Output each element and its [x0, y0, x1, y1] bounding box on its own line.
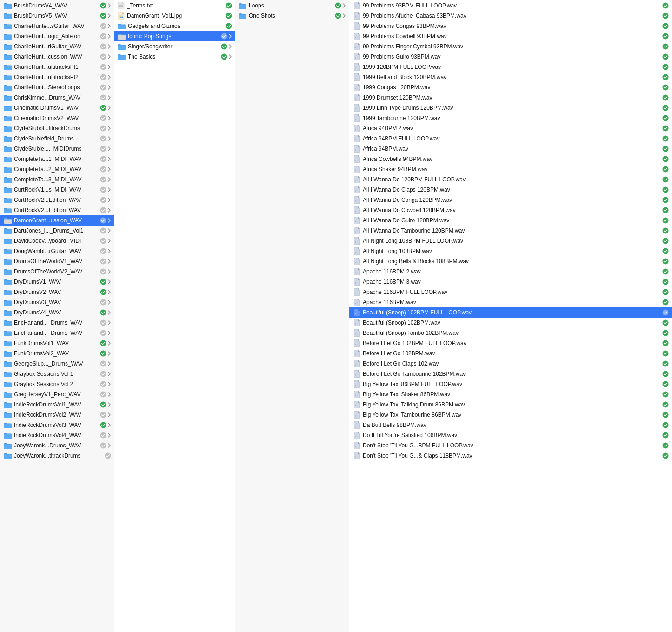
list-item[interactable]: ♪ Do It Till You're Satisfied 106BPM.wav: [349, 430, 672, 440]
list-item[interactable]: ♪ Before I Let Go Claps 102.wav: [349, 359, 672, 369]
list-item[interactable]: ♪ All I Wanna Do 120BPM FULL LOOP.wav: [349, 174, 672, 185]
list-item[interactable]: _Terms.txt: [114, 0, 235, 11]
list-item[interactable]: GregHerseyV1_Perc_WAV: [0, 389, 114, 399]
list-item[interactable]: DrumsOfTheWorldV2_WAV: [0, 266, 114, 277]
list-item[interactable]: ♪ Big Yellow Taxi Talking Drum 86BPM.wav: [349, 399, 672, 410]
list-item[interactable]: ♪ Don't Stop 'Til You G...& Claps 118BPM…: [349, 451, 672, 461]
list-item[interactable]: DamonGrant...ussion_WAV: [0, 215, 114, 226]
list-item[interactable]: ♪ All I Wanna Do Conga 120BPM.wav: [349, 195, 672, 205]
list-item[interactable]: ♪ All I Wanna Do Claps 120BPM.wav: [349, 185, 672, 195]
list-item[interactable]: DaruJones_l..._Drums_Vol1: [0, 226, 114, 236]
list-item[interactable]: DamonGrant_Vol1.jpg: [114, 11, 235, 21]
list-item[interactable]: ♪ All Night Long Bells & Blocks 108BPM.w…: [349, 256, 672, 266]
list-item[interactable]: The Basics: [114, 52, 235, 62]
list-item[interactable]: ♪ Big Yellow Taxi 86BPM FULL LOOP.wav: [349, 379, 672, 389]
list-item[interactable]: ♪ Apache 116BPM FULL LOOP.wav: [349, 287, 672, 297]
list-item[interactable]: CharlieHunt...cussion_WAV: [0, 52, 114, 62]
list-item[interactable]: ♪ Big Yellow Taxi Tambourine 86BPM.wav: [349, 410, 672, 420]
list-item[interactable]: Cinematic DrumsV1_WAV: [0, 103, 114, 113]
list-item[interactable]: ♪ Beautiful (Snoop) 102BPM.wav: [349, 318, 672, 328]
list-item[interactable]: DryDrumsV1_WAV: [0, 277, 114, 287]
list-item[interactable]: ClydeStublefield_Drums: [0, 133, 114, 144]
list-item[interactable]: One Shots: [235, 11, 349, 21]
item-name: ClydeStuble...._MIDIDrums: [14, 146, 99, 152]
list-item[interactable]: ♪ 99 Problems Guiro 93BPM.wav: [349, 52, 672, 62]
list-item[interactable]: ClydeStubbl...titrackDrums: [0, 123, 114, 133]
list-item[interactable]: ♪ All I Wanna Do Tambourine 120BPM.wav: [349, 226, 672, 236]
list-item[interactable]: ♪ Big Yellow Taxi Shaker 86BPM.wav: [349, 389, 672, 399]
list-item[interactable]: ♪ All Night Long 108BPM.wav: [349, 246, 672, 256]
list-item[interactable]: ♪ Apache 116BPM.wav: [349, 297, 672, 307]
list-item[interactable]: EricHarland..._Drums_WAV: [0, 318, 114, 328]
list-item[interactable]: ♪ 99 Problems Cowbell 93BPM.wav: [349, 31, 672, 41]
list-item[interactable]: CurtRockV1...s_MIDI_WAV: [0, 185, 114, 195]
list-item[interactable]: ♪ Africa 94BPM FULL LOOP.wav: [349, 133, 672, 144]
list-item[interactable]: ♪ All I Wanna Do Cowbell 120BPM.wav: [349, 205, 672, 215]
list-item[interactable]: ClydeStuble...._MIDIDrums: [0, 144, 114, 154]
list-item[interactable]: ♪ 99 Problems Finger Cymbal 93BPM.wav: [349, 41, 672, 52]
list-item[interactable]: DougWambl...rGuitar_WAV: [0, 246, 114, 256]
list-item[interactable]: CharlieHunte...sGuitar_WAV: [0, 21, 114, 31]
list-item[interactable]: ♪ 1999 Bell and Block 120BPM.wav: [349, 72, 672, 82]
list-item[interactable]: Loops: [235, 0, 349, 11]
list-item[interactable]: CompleteTa...1_MIDI_WAV: [0, 154, 114, 164]
list-item[interactable]: ♪ Beautiful (Snoop) 102BPM FULL LOOP.wav: [349, 307, 672, 318]
list-item[interactable]: ♪ 99 Problems Afuche_Cabasa 93BPM.wav: [349, 11, 672, 21]
list-item[interactable]: ChrisKimme...Drums_WAV: [0, 93, 114, 103]
list-item[interactable]: ♪ 1999 120BPM FULL LOOP.wav: [349, 62, 672, 72]
list-item[interactable]: DryDrumsV2_WAV: [0, 287, 114, 297]
list-item[interactable]: ♪ Before I Let Go 102BPM.wav: [349, 348, 672, 359]
list-item[interactable]: CharlieHunt...ogic_Ableton: [0, 31, 114, 41]
list-item[interactable]: CurtRockV2...Edition_WAV: [0, 205, 114, 215]
list-item[interactable]: FunkDrumsVol1_WAV: [0, 338, 114, 348]
list-item[interactable]: ♪ 1999 Congas 120BPM.wav: [349, 82, 672, 93]
list-item[interactable]: Iconic Pop Songs: [114, 31, 235, 41]
list-item[interactable]: Graybox Sessions Vol 1: [0, 369, 114, 379]
list-item[interactable]: IndieRockDrumsVol2_WAV: [0, 410, 114, 420]
list-item[interactable]: ♪ All Night Long 108BPM FULL LOOP.wav: [349, 236, 672, 246]
list-item[interactable]: ♪ Africa Shaker 94BPM.wav: [349, 164, 672, 174]
list-item[interactable]: ♪ 1999 Drumset 120BPM.wav: [349, 93, 672, 103]
list-item[interactable]: DryDrumsV4_WAV: [0, 307, 114, 318]
list-item[interactable]: CharlieHunt...ultitracksPt2: [0, 72, 114, 82]
list-item[interactable]: ♪ Africa 94BPM 2.wav: [349, 123, 672, 133]
list-item[interactable]: Gadgets and Gizmos: [114, 21, 235, 31]
list-item[interactable]: CompleteTa...2_MIDI_WAV: [0, 164, 114, 174]
list-item[interactable]: ♪ 99 Problems 93BPM FULL LOOP.wav: [349, 0, 672, 11]
list-item[interactable]: IndieRockDrumsVol4_WAV: [0, 430, 114, 440]
list-item[interactable]: CharlieHunt...riGuitar_WAV: [0, 41, 114, 52]
list-item[interactable]: CharlieHunt...StereoLoops: [0, 82, 114, 93]
list-item[interactable]: DavidCookV...yboard_MIDI: [0, 236, 114, 246]
list-item[interactable]: JoeyWaronk...Drums_WAV: [0, 440, 114, 451]
list-item[interactable]: DrumsOfTheWorldV1_WAV: [0, 256, 114, 266]
list-item[interactable]: Singer/Songwriter: [114, 41, 235, 52]
list-item[interactable]: ♪ Africa 94BPM.wav: [349, 144, 672, 154]
list-item[interactable]: ♪ Da Butt Bells 98BPM.wav: [349, 420, 672, 430]
list-item[interactable]: Cinematic DrumsV2_WAV: [0, 113, 114, 123]
list-item[interactable]: ♪ Apache 116BPM 2.wav: [349, 266, 672, 277]
list-item[interactable]: IndieRockDrumsVol3_WAV: [0, 420, 114, 430]
list-item[interactable]: CurtRockV2...Edition_WAV: [0, 195, 114, 205]
list-item[interactable]: GeorgeSlup..._Drums_WAV: [0, 359, 114, 369]
list-item[interactable]: JoeyWaronk...titrackDrums: [0, 451, 114, 461]
list-item[interactable]: EricHarland..._Drums_WAV: [0, 328, 114, 338]
list-item[interactable]: ♪ Don't Stop 'Til You G...BPM FULL LOOP.…: [349, 440, 672, 451]
svg-point-85: [663, 136, 669, 142]
list-item[interactable]: ♪ 99 Problems Congas 93BPM.wav: [349, 21, 672, 31]
list-item[interactable]: ♪ Africa Cowbells 94BPM.wav: [349, 154, 672, 164]
list-item[interactable]: ♪ Apache 116BPM 3.wav: [349, 277, 672, 287]
list-item[interactable]: ♪ All I Wanna Do Guiro 120BPM.wav: [349, 215, 672, 226]
list-item[interactable]: ♪ Before I Let Go 102BPM FULL LOOP.wav: [349, 338, 672, 348]
list-item[interactable]: ♪ 1999 Linn Type Drums 120BPM.wav: [349, 103, 672, 113]
list-item[interactable]: FunkDrumsVol2_WAV: [0, 348, 114, 359]
list-item[interactable]: ♪ Beautiful (Snoop) Tambo 102BPM.wav: [349, 328, 672, 338]
list-item[interactable]: ♪ 1999 Tambourine 120BPM.wav: [349, 113, 672, 123]
list-item[interactable]: BrushDrumsV5_WAV: [0, 11, 114, 21]
list-item[interactable]: ♪ Before I Let Go Tambourine 102BPM.wav: [349, 369, 672, 379]
list-item[interactable]: BrushDrumsV4_WAV: [0, 0, 114, 11]
list-item[interactable]: Graybox Sessions Vol 2: [0, 379, 114, 389]
list-item[interactable]: DryDrumsV3_WAV: [0, 297, 114, 307]
list-item[interactable]: IndieRockDrumsVol1_WAV: [0, 399, 114, 410]
list-item[interactable]: CompleteTa...3_MIDI_WAV: [0, 174, 114, 185]
list-item[interactable]: CharlieHunt...ultitracksPt1: [0, 62, 114, 72]
